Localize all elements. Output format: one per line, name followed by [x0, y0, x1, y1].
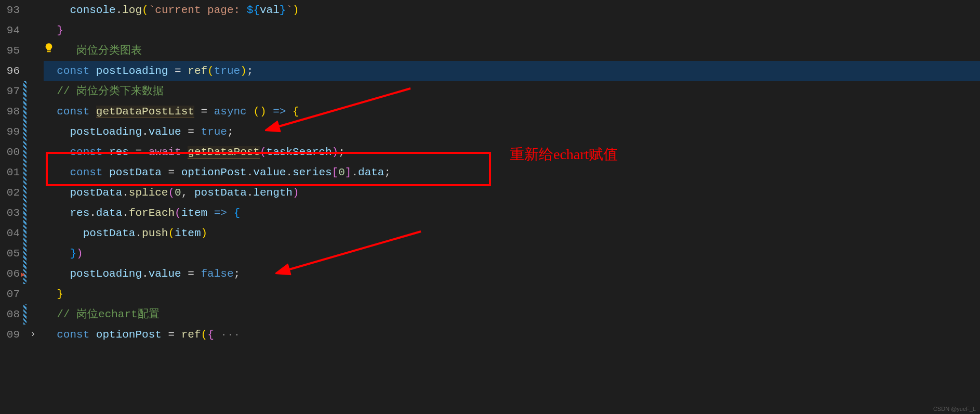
line-number: 02: [0, 183, 20, 203]
line-number: 00: [0, 142, 20, 162]
line-number: 08: [0, 304, 20, 325]
line-number: 04: [0, 223, 20, 243]
line-number: 07: [0, 284, 20, 304]
code-line[interactable]: const optionPost = ref({ ···: [44, 325, 980, 345]
chevron-right-icon[interactable]: ›: [30, 329, 36, 339]
code-line[interactable]: const getDataPostList = async () => {: [44, 101, 980, 122]
code-line[interactable]: postData.splice(0, postData.length): [44, 183, 980, 203]
annotation-text: 重新给echart赋值: [510, 145, 618, 164]
breakpoint-indicator-icon: ▶: [21, 270, 25, 279]
fold-gutter: ›: [29, 0, 39, 414]
line-number: 98: [0, 101, 20, 122]
line-number: 93: [0, 0, 20, 20]
code-line[interactable]: res.data.forEach(item => {: [44, 203, 980, 223]
lightbulb-icon[interactable]: [44, 43, 54, 53]
code-line[interactable]: console.log(`current page: ${val}`): [44, 0, 980, 20]
line-number: 96: [0, 61, 20, 81]
line-number: 03: [0, 203, 20, 223]
gutter-change-marker: [23, 81, 27, 284]
code-line[interactable]: // 岗位echart配置: [44, 304, 980, 325]
line-number-gutter: ▶ 9394959697989900010203040506070809: [0, 0, 29, 414]
gutter-change-marker: [23, 304, 27, 325]
code-editor[interactable]: ▶ 9394959697989900010203040506070809 › c…: [0, 0, 980, 414]
code-line[interactable]: const postLoading = ref(true);: [44, 61, 980, 81]
code-area[interactable]: console.log(`current page: ${val}`) } 岗位…: [39, 0, 980, 414]
line-number: 94: [0, 20, 20, 41]
line-number: 99: [0, 122, 20, 142]
line-number: 06: [0, 264, 20, 284]
code-line[interactable]: }: [44, 284, 980, 304]
line-number: 95: [0, 41, 20, 61]
code-line[interactable]: postLoading.value = false;: [44, 264, 980, 284]
watermark: CSDN @yueF_L: [933, 406, 976, 412]
code-line[interactable]: 岗位分类图表: [44, 41, 980, 61]
code-line[interactable]: const postData = optionPost.value.series…: [44, 162, 980, 183]
code-line[interactable]: postData.push(item): [44, 223, 980, 243]
svg-rect-0: [47, 51, 51, 52]
code-line[interactable]: // 岗位分类下来数据: [44, 81, 980, 101]
code-line[interactable]: }: [44, 20, 980, 41]
line-number: 97: [0, 81, 20, 101]
line-number: 01: [0, 162, 20, 183]
code-line[interactable]: postLoading.value = true;: [44, 122, 980, 142]
code-line[interactable]: }): [44, 243, 980, 264]
line-number: 05: [0, 243, 20, 264]
line-number: 09: [0, 325, 20, 345]
